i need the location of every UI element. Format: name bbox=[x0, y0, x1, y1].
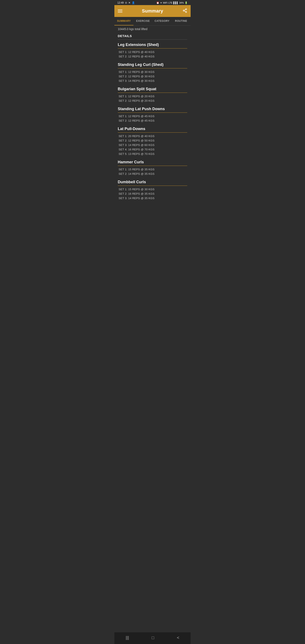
exercise-name: Bulgarian Split Squat bbox=[118, 85, 187, 93]
menu-button[interactable] bbox=[118, 10, 122, 12]
battery-icon: 🔋 bbox=[185, 2, 188, 4]
set-row: SET 2: 12 REPS @ 30 KGS bbox=[118, 74, 187, 78]
tabs-bar: SUMMARY EXERCISE CATEGORY ROUTINE bbox=[114, 17, 190, 26]
set-row: SET 1: 12 REPS @ 40 KGS bbox=[118, 50, 187, 54]
exercises-list: Leg Extensions (Shed)SET 1: 12 REPS @ 40… bbox=[118, 40, 187, 200]
exercise-block: Standing Leg Curl (Shed)SET 1: 12 REPS @… bbox=[118, 60, 187, 83]
status-bar: 12:49 ⊙ ✕ 👤 ⏰ ✶ WiFi LTE ▌▌▌ 34% 🔋 bbox=[114, 0, 190, 5]
exercise-block: Dumbbell CurlsSET 1: 15 REPS @ 30 KGSSET… bbox=[118, 178, 187, 200]
set-row: SET 2: 12 REPS @ 50 KGS bbox=[118, 138, 187, 143]
set-row: SET 3: 14 REPS @ 60 KGS bbox=[118, 143, 187, 147]
tab-summary[interactable]: SUMMARY bbox=[114, 17, 134, 26]
set-row: SET 1: 20 REPS @ 40 KGS bbox=[118, 134, 187, 138]
alarm-icon: ⊙ bbox=[125, 1, 127, 4]
lte-icon: LTE bbox=[168, 2, 172, 4]
set-row: SET 2: 16 REPS @ 35 KGS bbox=[118, 192, 187, 196]
svg-line-3 bbox=[184, 11, 186, 12]
set-row: SET 2: 12 REPS @ 20 KGS bbox=[118, 98, 187, 103]
status-right: ⏰ ✶ WiFi LTE ▌▌▌ 34% 🔋 bbox=[156, 2, 188, 4]
share-button[interactable] bbox=[182, 8, 187, 14]
exercise-block: Standing Lat Push DownsSET 1: 12 REPS @ … bbox=[118, 105, 187, 123]
set-row: SET 2: 12 REPS @ 45 KGS bbox=[118, 118, 187, 123]
exercise-block: Bulgarian Split SquatSET 1: 12 REPS @ 20… bbox=[118, 85, 187, 103]
set-row: SET 5: 13 REPS @ 70 KGS bbox=[118, 152, 187, 156]
exercise-block: Leg Extensions (Shed)SET 1: 12 REPS @ 40… bbox=[118, 40, 187, 59]
time: 12:49 bbox=[117, 1, 124, 4]
set-row: SET 4: 16 REPS @ 70 KGS bbox=[118, 147, 187, 152]
total-lifted-text: 10445.0 kgs total lifted bbox=[118, 26, 187, 32]
set-row: SET 3: 14 REPS @ 30 KGS bbox=[118, 78, 187, 83]
exercise-block: Lat Pull-DownsSET 1: 20 REPS @ 40 KGSSET… bbox=[118, 124, 187, 156]
set-row: SET 1: 15 REPS @ 35 KGS bbox=[118, 167, 187, 172]
page-title: Summary bbox=[142, 8, 163, 14]
exercise-name: Standing Lat Push Downs bbox=[118, 105, 187, 113]
battery: 34% bbox=[179, 2, 184, 4]
main-content: 10445.0 kgs total lifted DETAILS Leg Ext… bbox=[114, 26, 190, 200]
exercise-block: Hammer CurlsSET 1: 15 REPS @ 35 KGSSET 2… bbox=[118, 158, 187, 176]
details-section-header: DETAILS bbox=[118, 32, 187, 40]
set-row: SET 1: 12 REPS @ 45 KGS bbox=[118, 114, 187, 118]
user-icon: 👤 bbox=[132, 1, 135, 4]
set-row: SET 1: 12 REPS @ 20 KGS bbox=[118, 94, 187, 98]
header: Summary bbox=[114, 5, 190, 17]
tab-exercise[interactable]: EXERCISE bbox=[134, 17, 152, 26]
exercise-name: Hammer Curls bbox=[118, 158, 187, 166]
tab-routine[interactable]: ROUTINE bbox=[172, 17, 190, 26]
exercise-name: Lat Pull-Downs bbox=[118, 124, 187, 132]
set-row: SET 1: 15 REPS @ 30 KGS bbox=[118, 187, 187, 192]
exercise-name: Standing Leg Curl (Shed) bbox=[118, 60, 187, 68]
status-left: 12:49 ⊙ ✕ 👤 bbox=[117, 1, 135, 4]
wifi-icon: WiFi bbox=[163, 2, 168, 4]
exercise-name: Leg Extensions (Shed) bbox=[118, 40, 187, 48]
set-row: SET 2: 12 REPS @ 40 KGS bbox=[118, 54, 187, 59]
set-row: SET 3: 14 REPS @ 35 KGS bbox=[118, 196, 187, 200]
x-icon: ✕ bbox=[128, 1, 130, 4]
clock-icon: ⏰ bbox=[156, 2, 159, 4]
set-row: SET 2: 14 REPS @ 35 KGS bbox=[118, 172, 187, 176]
set-row: SET 1: 12 REPS @ 30 KGS bbox=[118, 70, 187, 74]
tab-category[interactable]: CATEGORY bbox=[152, 17, 172, 26]
exercise-name: Dumbbell Curls bbox=[118, 178, 187, 186]
signal-icon: ▌▌▌ bbox=[174, 2, 178, 4]
svg-line-4 bbox=[184, 9, 186, 10]
bluetooth-icon: ✶ bbox=[160, 2, 162, 4]
